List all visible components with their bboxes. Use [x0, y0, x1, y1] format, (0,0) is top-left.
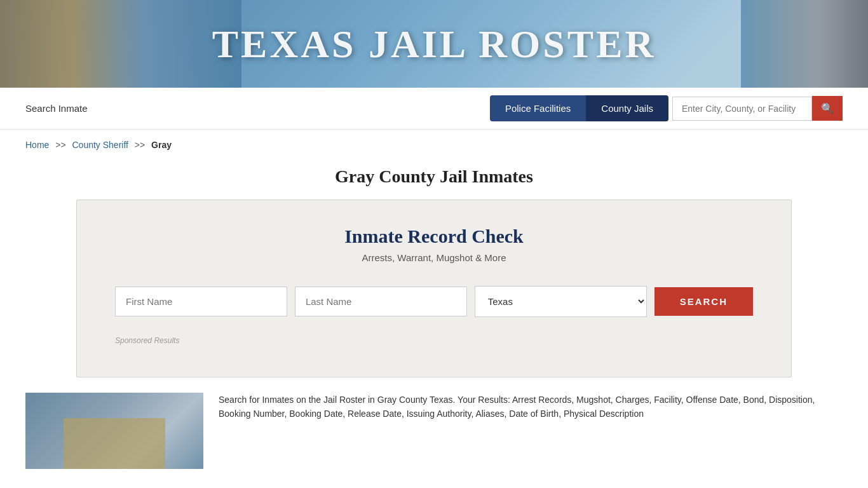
search-record-button[interactable]: SEARCH	[654, 287, 753, 316]
facility-search-input[interactable]	[672, 97, 812, 121]
description-text: Search for Inmates on the Jail Roster in…	[219, 393, 843, 469]
state-select[interactable]: TexasAlabamaAlaskaArizonaArkansasCalifor…	[475, 286, 647, 317]
record-check-box: Inmate Record Check Arrests, Warrant, Mu…	[76, 200, 792, 377]
capitol-image	[0, 0, 241, 88]
county-building-image	[25, 393, 203, 469]
county-jails-button[interactable]: County Jails	[586, 95, 668, 121]
bottom-section: Search for Inmates on the Jail Roster in…	[0, 393, 868, 469]
record-check-form: TexasAlabamaAlaskaArizonaArkansasCalifor…	[115, 286, 753, 317]
police-facilities-button[interactable]: Police Facilities	[490, 95, 586, 121]
record-check-subtitle: Arrests, Warrant, Mugshot & More	[115, 252, 753, 263]
breadcrumb-sep1: >>	[55, 140, 65, 150]
search-icon: 🔍	[821, 103, 834, 114]
search-inmate-label: Search Inmate	[25, 103, 490, 114]
facility-search-button[interactable]: 🔍	[812, 96, 843, 121]
facility-search-wrap: 🔍	[672, 96, 843, 121]
nav-right: Police Facilities County Jails 🔍	[490, 95, 843, 121]
first-name-input[interactable]	[115, 287, 287, 316]
breadcrumb-sep2: >>	[135, 140, 145, 150]
header-banner: Texas Jail Roster	[0, 0, 868, 88]
nav-bar: Search Inmate Police Facilities County J…	[0, 88, 868, 130]
breadcrumb-current: Gray	[151, 140, 172, 150]
breadcrumb: Home >> County Sheriff >> Gray	[0, 130, 868, 160]
last-name-input[interactable]	[295, 287, 467, 316]
building-shape	[64, 418, 165, 469]
breadcrumb-home[interactable]: Home	[25, 140, 49, 150]
sponsored-label: Sponsored Results	[115, 336, 753, 345]
breadcrumb-county-sheriff[interactable]: County Sheriff	[72, 140, 128, 150]
record-check-title: Inmate Record Check	[115, 226, 753, 247]
keys-image	[741, 0, 868, 88]
page-title: Gray County Jail Inmates	[0, 166, 868, 187]
site-title: Texas Jail Roster	[212, 22, 656, 67]
